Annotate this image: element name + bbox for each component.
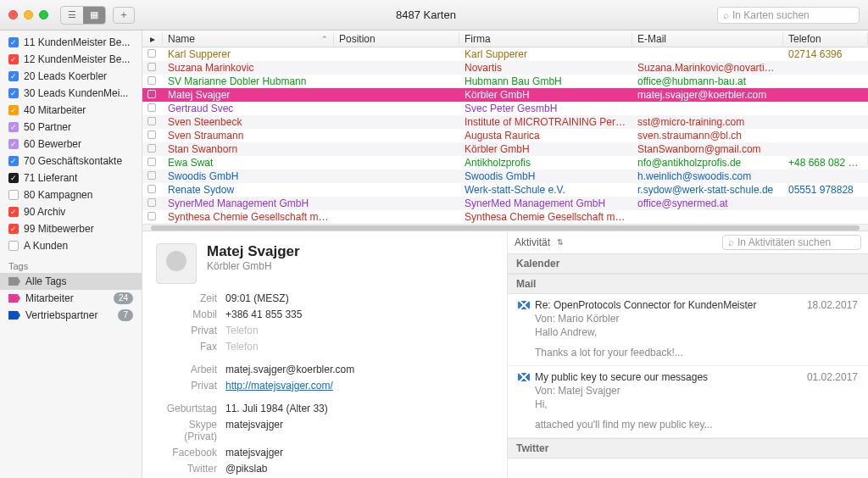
table-row[interactable]: Sven Steenbeck Institute of MICROTRAININ… [142,115,868,129]
table-row[interactable]: Karl Supperer Karl Supperer 02714 6396 [142,47,868,61]
activity-pane: Aktivität ⇅ In Aktivitäten suchen Kalend… [507,231,868,478]
sidebar-group[interactable]: A Kunden [0,237,142,254]
sidebar-group[interactable]: 70 Geschäftskontakte [0,153,142,170]
group-checkbox[interactable] [8,71,19,81]
sidebar-group[interactable]: 20 Leads Koerbler [0,68,142,85]
sort-updown-icon[interactable]: ⇅ [557,238,564,247]
horizontal-scrollbar[interactable] [142,224,868,231]
activity-label[interactable]: Aktivität [515,236,550,248]
tag-icon [8,277,20,286]
col-position[interactable]: Position [334,33,459,45]
section-twitter[interactable]: Twitter [508,438,868,459]
sidebar-group[interactable]: 11 KundenMeister Be... [0,34,142,51]
row-checkbox[interactable] [142,103,163,114]
table-row[interactable]: Renate Sydow Werk-statt-Schule e.V. r.sy… [142,183,868,197]
table-row[interactable]: Gertraud Svec Svec Peter GesmbH [142,102,868,115]
group-checkbox[interactable] [8,156,19,166]
detail-field: Facebookmatejsvajger [156,447,493,459]
row-checkbox[interactable] [142,48,163,60]
sidebar-group[interactable]: 90 Archiv [0,203,142,220]
group-checkbox[interactable] [8,105,19,115]
row-checkbox[interactable] [142,75,163,87]
view-toggle[interactable]: ☰ ▦ [60,6,106,25]
group-checkbox[interactable] [8,139,19,149]
sidebar-group[interactable]: 80 Kampagnen [0,186,142,203]
table-row[interactable]: Ewa Swat Antikholzprofis nfo@antikholzpr… [142,156,868,170]
activity-search-input[interactable]: In Aktivitäten suchen [722,235,861,250]
group-checkbox[interactable] [8,241,19,251]
col-name[interactable]: Name⌃ [163,33,334,45]
zoom-icon[interactable] [39,10,48,19]
window-title: 8487 Karten [135,8,717,21]
field-value[interactable]: http://matejsvajger.com/ [225,380,333,392]
sidebar-group[interactable]: 60 Bewerber [0,136,142,153]
field-value: Telefon [225,341,259,353]
mail-icon [518,373,530,381]
sidebar-tag[interactable]: Vertriebspartner7 [0,307,142,324]
row-mail: office@synermed.at [632,197,783,209]
row-checkbox[interactable] [142,116,163,128]
table-row[interactable]: Suzana Marinkovic Novartis Suzana.Marink… [142,61,868,75]
row-checkbox[interactable] [142,211,163,223]
col-checkbox[interactable]: ▸ [142,33,163,45]
row-checkbox[interactable] [142,143,163,155]
row-tel: 05551 978828 [783,184,868,196]
row-checkbox[interactable] [142,170,163,182]
sidebar-group[interactable]: 12 KundenMeister Be... [0,51,142,68]
sidebar-group[interactable]: 30 Leads KundenMei... [0,85,142,102]
add-button[interactable]: ＋ [113,7,135,24]
row-checkbox[interactable] [142,184,163,196]
table-row[interactable]: SynerMed Management GmbH SynerMed Manage… [142,197,868,210]
mail-item[interactable]: My public key to secure our messages01.0… [508,366,868,438]
row-name: Sven Steenbeck [163,116,334,128]
table-row[interactable]: Synthesa Chemie Gesellschaft mbH Synthes… [142,210,868,224]
col-email[interactable]: E-Mail [632,33,783,45]
table-row[interactable]: SV Marianne Dobler Hubmann Hubmann Bau G… [142,75,868,88]
row-mail: sst@micro-training.com [632,116,783,128]
col-telefon[interactable]: Telefon [783,33,868,45]
row-checkbox[interactable] [142,130,163,142]
group-checkbox[interactable] [8,190,19,200]
row-firm: Werk-statt-Schule e.V. [459,184,632,196]
sidebar-tag[interactable]: Mitarbeiter24 [0,290,142,307]
row-firm: Körbler GmbH [459,143,632,155]
row-checkbox[interactable] [142,89,163,101]
list-view-icon[interactable]: ☰ [61,7,83,24]
sidebar-tag[interactable]: Alle Tags [0,273,142,290]
row-firm: SynerMed Management GmbH [459,197,632,209]
search-input[interactable]: In Karten suchen [717,7,860,24]
row-checkbox[interactable] [142,62,163,74]
group-checkbox[interactable] [8,207,19,217]
table-row[interactable]: Swoodis GmbH Swoodis GmbH h.weinlich@swo… [142,170,868,183]
mail-item[interactable]: Re: OpenProtocols Connector for KundenMe… [508,294,868,366]
tag-count: 24 [114,292,133,304]
group-checkbox[interactable] [8,224,19,234]
grid-view-icon[interactable]: ▦ [83,7,105,24]
section-mail[interactable]: Mail [508,274,868,294]
row-mail: r.sydow@werk-statt-schule.de [632,184,783,196]
sidebar-group[interactable]: 99 Mitbewerber [0,220,142,237]
row-tel: 02714 6396 [783,48,868,60]
table-row[interactable]: Matej Svajger Körbler GmbH matej.svajger… [142,88,868,102]
group-checkbox[interactable] [8,122,19,132]
group-checkbox[interactable] [8,37,19,47]
minimize-icon[interactable] [24,10,33,19]
col-firma[interactable]: Firma [459,33,632,45]
sidebar-group[interactable]: 50 Partner [0,119,142,136]
field-value: @pikslab [225,463,268,475]
mail-date: 01.02.2017 [807,371,858,383]
sidebar-group[interactable]: 40 Mitarbeiter [0,102,142,119]
row-checkbox[interactable] [142,157,163,169]
field-value: matejsvajger [225,419,283,442]
table-body: Karl Supperer Karl Supperer 02714 6396 S… [142,47,868,224]
group-checkbox[interactable] [8,54,19,64]
sidebar-group[interactable]: 71 Lieferant [0,170,142,186]
table-row[interactable]: Stan Swanborn Körbler GmbH StanSwanborn@… [142,142,868,156]
close-icon[interactable] [8,10,18,19]
group-checkbox[interactable] [8,88,19,98]
section-kalender[interactable]: Kalender [508,253,868,274]
table-row[interactable]: Sven Straumann Augusta Raurica sven.stra… [142,129,868,142]
row-mail: Suzana.Marinkovic@novartis.com [632,62,783,74]
group-checkbox[interactable] [8,173,19,183]
row-checkbox[interactable] [142,197,163,209]
